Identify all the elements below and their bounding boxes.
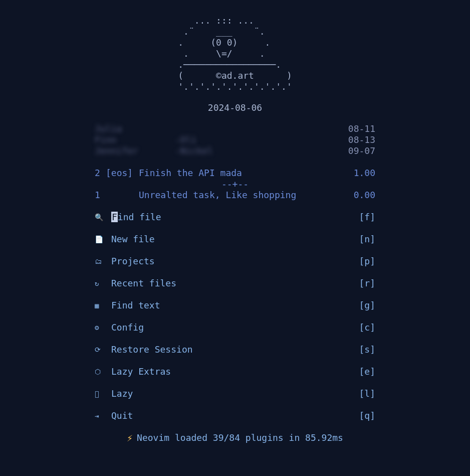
projects-icon: 🗂 [95, 256, 111, 267]
task-separator: --+-- [95, 179, 375, 190]
menu-key: [c] [359, 322, 375, 333]
menu-lazy[interactable]: 󰒲Lazy[l] [95, 388, 375, 399]
event-name: Finn [95, 134, 175, 145]
menu-key: [e] [359, 366, 375, 377]
menu-label: New file [111, 234, 359, 245]
menu-lazy-extras[interactable]: ⬡Lazy Extras[e] [95, 366, 375, 377]
event-row: Finn -Oli 08-13 [95, 134, 375, 145]
bolt-icon: ⚡ [127, 432, 133, 443]
event-tag: -Oli [175, 134, 255, 145]
menu-recent-files[interactable]: ↻Recent files[r] [95, 278, 375, 289]
menu-key: [l] [359, 388, 375, 399]
menu-quit[interactable]: ⇥Quit[q] [95, 410, 375, 421]
config-icon: ⚙ [95, 322, 111, 333]
menu-key: [q] [359, 410, 375, 421]
task-number: 1 [95, 190, 106, 201]
menu-projects[interactable]: 🗂Projects[p] [95, 256, 375, 267]
menu-key: [p] [359, 256, 375, 267]
task-description: Unrealted task, Like shopping [139, 190, 348, 201]
find-text-icon: ▦ [95, 300, 111, 311]
menu-key: [f] [359, 212, 375, 223]
task-value: 0.00 [348, 190, 375, 201]
event-tag [175, 123, 255, 134]
menu-label: Lazy Extras [111, 366, 359, 377]
recent-files-icon: ↻ [95, 278, 111, 289]
event-date: 08-13 [335, 134, 375, 145]
menu-label: Lazy [111, 388, 359, 399]
events-list: Julia 08-11 Finn -Oli 08-13 Jennifer -Ni… [95, 123, 375, 156]
task-description: Finish the API mada [139, 168, 348, 179]
event-row: Jennifer -Nickel 09-07 [95, 145, 375, 156]
menu-find-text[interactable]: ▦Find text[g] [95, 300, 375, 311]
task-value: 1.00 [348, 168, 375, 179]
event-tag: -Nickel [175, 145, 255, 156]
dashboard: ... ::: ... .¨ ___ ¨. . (0 0) . . \=/ . … [0, 0, 470, 443]
tasks-list: 2 [eos] Finish the API mada 1.00 --+-- 1… [95, 168, 375, 201]
task-row: 1 Unrealted task, Like shopping 0.00 [95, 190, 375, 201]
event-date: 08-11 [335, 123, 375, 134]
restore-session-icon: ⟳ [95, 344, 111, 355]
lazy-icon: 󰒲 [95, 388, 111, 399]
menu-config[interactable]: ⚙Config[c] [95, 322, 375, 333]
menu-key: [g] [359, 300, 375, 311]
menu-key: [s] [359, 344, 375, 355]
menu-label: Projects [111, 256, 359, 267]
task-tag [106, 190, 139, 201]
task-number: 2 [95, 168, 106, 179]
status-text: Neovim loaded 39/84 plugins in 85.92ms [137, 432, 343, 443]
event-date: 09-07 [335, 145, 375, 156]
status-footer: ⚡ Neovim loaded 39/84 plugins in 85.92ms [127, 432, 343, 443]
event-row: Julia 08-11 [95, 123, 375, 134]
menu-key: [r] [359, 278, 375, 289]
menu-new-file[interactable]: 📄New file[n] [95, 234, 375, 245]
menu-label: Config [111, 322, 359, 333]
new-file-icon: 📄 [95, 234, 111, 245]
quit-icon: ⇥ [95, 410, 111, 421]
task-tag: [eos] [106, 168, 139, 179]
lazy-extras-icon: ⬡ [95, 366, 111, 377]
event-name: Julia [95, 123, 175, 134]
menu-label: Find text [111, 300, 359, 311]
menu-label: Recent files [111, 278, 359, 289]
menu-key: [n] [359, 234, 375, 245]
menu-find-file[interactable]: 🔍Find file[f] [95, 212, 375, 223]
menu-label: Restore Session [111, 344, 359, 355]
menu: 🔍Find file[f]📄New file[n]🗂Projects[p]↻Re… [95, 212, 375, 421]
task-row: 2 [eos] Finish the API mada 1.00 [95, 168, 375, 179]
cursor: F [111, 212, 118, 222]
ascii-logo: ... ::: ... .¨ ___ ¨. . (0 0) . . \=/ . … [178, 15, 292, 92]
menu-label: Find file [111, 212, 359, 223]
menu-label: Quit [111, 410, 359, 421]
menu-restore-session[interactable]: ⟳Restore Session[s] [95, 344, 375, 355]
find-file-icon: 🔍 [95, 212, 111, 223]
event-name: Jennifer [95, 145, 175, 156]
current-date: 2024-08-06 [208, 102, 262, 113]
